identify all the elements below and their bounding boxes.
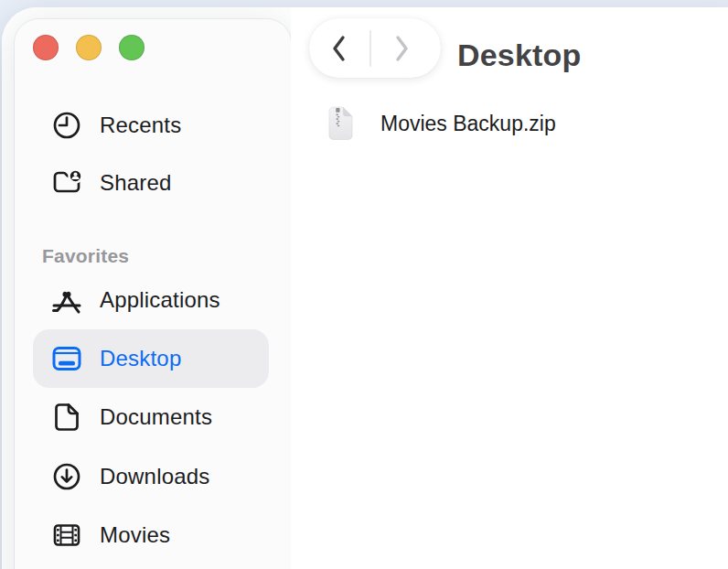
sidebar-item-label: Desktop — [100, 346, 181, 371]
sidebar-item-label: Recents — [100, 113, 181, 138]
sidebar-item-label: Shared — [100, 170, 172, 196]
chevron-right-icon — [391, 33, 412, 64]
film-icon — [49, 518, 84, 553]
document-icon — [49, 400, 84, 435]
app-store-icon — [49, 283, 84, 317]
chevron-left-icon — [329, 33, 349, 64]
sidebar-item-applications[interactable]: Applications — [33, 271, 269, 329]
sidebar-section-favorites: Favorites — [42, 245, 129, 267]
sidebar-item-shared[interactable]: Shared — [33, 154, 269, 212]
forward-button[interactable] — [371, 18, 432, 78]
sidebar-item-downloads[interactable]: Downloads — [33, 447, 269, 506]
navigation-pill — [309, 18, 441, 78]
shared-folder-icon — [49, 166, 84, 200]
close-button[interactable] — [33, 35, 59, 60]
file-name: Movies Backup.zip — [380, 112, 556, 136]
back-button[interactable] — [309, 18, 369, 78]
page-title: Desktop — [457, 38, 582, 73]
desktop-icon — [49, 341, 84, 376]
sidebar-item-movies[interactable]: Movies — [33, 506, 269, 564]
minimize-button[interactable] — [76, 35, 102, 60]
sidebar-item-label: Applications — [100, 287, 220, 313]
sidebar-item-documents[interactable]: Documents — [33, 388, 269, 446]
finder-window: Recents Shared Favorites — [2, 7, 728, 569]
sidebar: Recents Shared Favorites — [15, 19, 291, 569]
sidebar-item-label: Downloads — [100, 464, 210, 489]
maximize-button[interactable] — [119, 35, 145, 60]
content-area: Desktop — [291, 7, 728, 569]
zip-file-icon — [325, 104, 357, 143]
sidebar-item-label: Documents — [100, 404, 212, 430]
window-controls — [33, 35, 145, 60]
sidebar-item-desktop[interactable]: Desktop — [33, 329, 269, 388]
sidebar-item-recents[interactable]: Recents — [33, 96, 269, 155]
download-circle-icon — [49, 459, 84, 494]
file-item[interactable]: Movies Backup.zip — [325, 104, 556, 143]
sidebar-item-label: Movies — [100, 522, 170, 548]
clock-icon — [49, 108, 84, 143]
